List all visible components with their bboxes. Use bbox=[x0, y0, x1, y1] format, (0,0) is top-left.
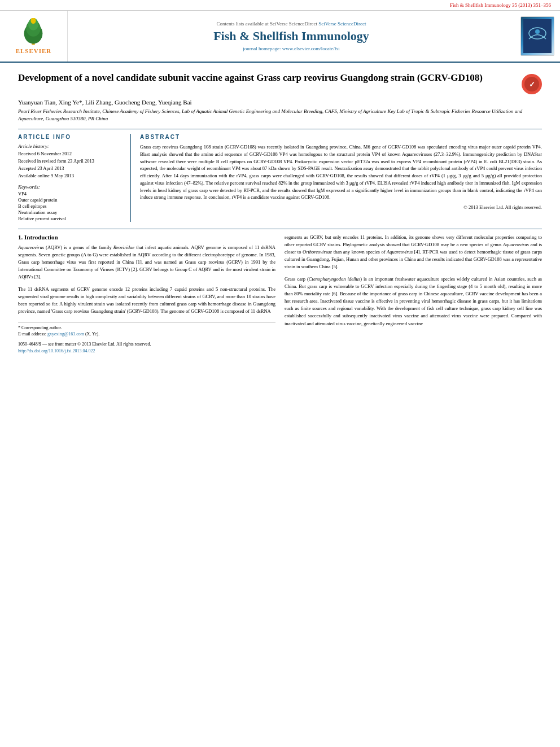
copyright-line: © 2013 Elsevier Ltd. All rights reserved… bbox=[140, 204, 542, 210]
homepage-url[interactable]: www.elsevier.com/locate/fsi bbox=[282, 46, 340, 51]
elsevier-logo: ELSEVIER bbox=[16, 18, 52, 54]
keyword-4: Neutralization assay bbox=[18, 209, 124, 215]
crossmark-icon: ✓ bbox=[524, 76, 540, 92]
abstract-column: ABSTRACT Grass carp reovirus Guangdong 1… bbox=[140, 134, 542, 222]
page: Fish & Shellfish Immunology 35 (2013) 35… bbox=[0, 0, 560, 747]
revised-date: Received in revised form 23 April 2013 bbox=[18, 158, 124, 165]
journal-title: Fish & Shellfish Immunology bbox=[213, 29, 369, 43]
received-date: Received 6 November 2012 bbox=[18, 151, 124, 158]
svg-rect-5 bbox=[523, 19, 552, 53]
journal-homepage: journal homepage: www.elsevier.com/locat… bbox=[243, 46, 339, 51]
accepted-date: Accepted 23 April 2013 bbox=[18, 165, 124, 172]
keyword-2: Outer capsid protein bbox=[18, 197, 124, 203]
article-info-heading: ARTICLE INFO bbox=[18, 134, 124, 140]
journal-cover-thumbnail bbox=[520, 16, 554, 56]
paper-title: Development of a novel candidate subunit… bbox=[18, 72, 522, 84]
right-para2: Grass carp (Ctenopharyngodon idellus) is… bbox=[285, 276, 542, 327]
affiliation-text: Pearl River Fisheries Research Institute… bbox=[18, 108, 522, 121]
crossmark-badge: ✓ bbox=[522, 74, 542, 94]
main-content: Development of a novel candidate subunit… bbox=[0, 63, 560, 362]
keyword-5: Relative percent survival bbox=[18, 216, 124, 221]
keyword-1: VP4 bbox=[18, 191, 124, 196]
authors-line: Yuanyuan Tian, Xing Ye*, Lili Zhang, Guo… bbox=[18, 99, 542, 106]
affiliation-line: Pearl River Fisheries Research Institute… bbox=[18, 108, 542, 122]
elsevier-tree-icon bbox=[16, 18, 50, 46]
svg-text:✓: ✓ bbox=[529, 80, 535, 89]
journal-citation-bar: Fish & Shellfish Immunology 35 (2013) 35… bbox=[0, 0, 560, 11]
journal-thumbnail-area bbox=[515, 11, 560, 62]
sciverse-link[interactable]: SciVerse ScienceDirect bbox=[318, 21, 366, 27]
journal-title-area: Contents lists available at SciVerse Sci… bbox=[68, 11, 515, 62]
journal-header: ELSEVIER Contents lists available at Sci… bbox=[0, 11, 560, 63]
footnote-section: * Corresponding author. E-mail address: … bbox=[18, 322, 275, 353]
issn-note: 1050-4648/$ — see front matter © 2013 El… bbox=[18, 341, 275, 347]
sciverse-line: Contents lists available at SciVerse Sci… bbox=[216, 21, 366, 27]
body-right-col: segments as GCRV, but only encodes 11 pr… bbox=[285, 234, 542, 353]
intro-para1: Aquareovirus (AQRV) is a genus of the fa… bbox=[18, 244, 275, 281]
article-info-column: ARTICLE INFO Article history: Received 6… bbox=[18, 134, 131, 222]
email-link[interactable]: gxyexing@163.com bbox=[47, 331, 84, 337]
abstract-heading: ABSTRACT bbox=[140, 134, 542, 140]
svg-point-7 bbox=[535, 29, 540, 34]
paper-title-section: Development of a novel candidate subunit… bbox=[18, 72, 542, 94]
authors-text: Yuanyuan Tian, Xing Ye*, Lili Zhang, Guo… bbox=[18, 99, 192, 106]
abstract-text: Grass carp reovirus Guangdong 108 strain… bbox=[140, 143, 542, 201]
keyword-3: B cell epitopes bbox=[18, 203, 124, 209]
body-left-col: 1. Introduction Aquareovirus (AQRV) is a… bbox=[18, 234, 275, 353]
right-para1: segments as GCRV, but only encodes 11 pr… bbox=[285, 234, 542, 271]
keywords-label: Keywords: bbox=[18, 184, 124, 190]
intro-para2: The 11 dsRNA segments of GCRV genome enc… bbox=[18, 286, 275, 316]
doi-link[interactable]: http://dx.doi.org/10.1016/j.fsi.2013.04.… bbox=[18, 348, 275, 353]
article-info-abstract-section: ARTICLE INFO Article history: Received 6… bbox=[18, 129, 542, 222]
history-label: Article history: bbox=[18, 143, 124, 149]
corresponding-note: * Corresponding author. bbox=[18, 325, 275, 331]
body-content: 1. Introduction Aquareovirus (AQRV) is a… bbox=[18, 229, 542, 353]
journal-citation: Fish & Shellfish Immunology 35 (2013) 35… bbox=[450, 2, 551, 8]
email-note: E-mail address: gxyexing@163.com (X. Ye)… bbox=[18, 331, 275, 337]
body-two-col: 1. Introduction Aquareovirus (AQRV) is a… bbox=[18, 234, 542, 353]
elsevier-brand-label: ELSEVIER bbox=[16, 47, 52, 54]
intro-heading: 1. Introduction bbox=[18, 234, 275, 241]
available-date: Available online 9 May 2013 bbox=[18, 173, 124, 180]
elsevier-logo-area: ELSEVIER bbox=[0, 11, 68, 62]
journal-cover-image bbox=[523, 19, 552, 53]
